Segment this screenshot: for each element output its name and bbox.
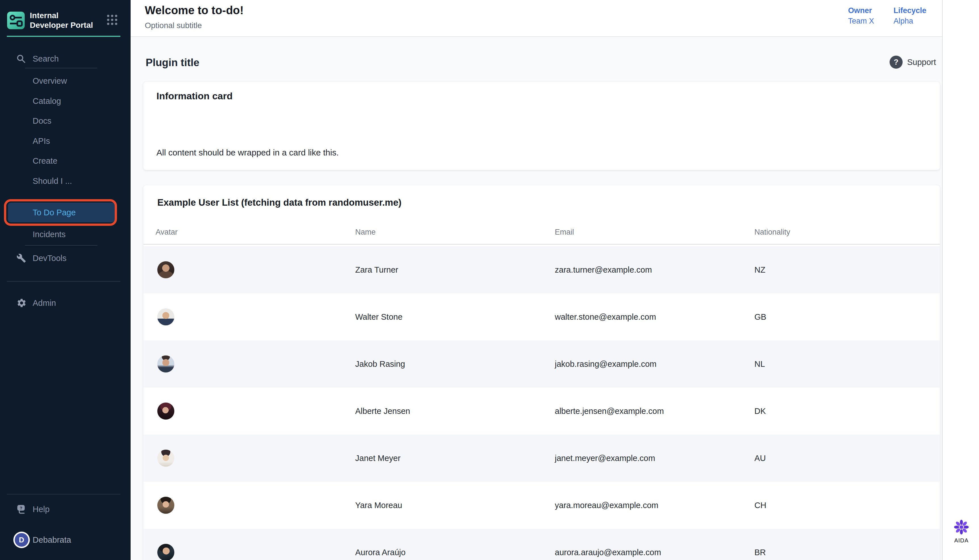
sidebar: Internal Developer Portal Search Overvie…	[0, 0, 130, 560]
column-header-name: Name	[355, 228, 376, 237]
lifecycle-value-link[interactable]: Alpha	[894, 17, 927, 25]
owner-meta: Owner Team X	[848, 6, 874, 25]
table-row: Walter Stone walter.stone@example.com GB	[144, 293, 940, 340]
sidebar-item-create[interactable]: Create	[0, 151, 130, 171]
gear-icon	[17, 298, 27, 308]
column-header-avatar: Avatar	[155, 228, 178, 237]
sidebar-item-devtools[interactable]: DevTools	[0, 248, 130, 268]
divider	[7, 494, 120, 495]
lifecycle-label: Lifecycle	[894, 6, 927, 15]
table-row: Zara Turner zara.turner@example.com NZ	[144, 246, 940, 293]
support-button[interactable]: ? Support	[890, 56, 936, 68]
divider	[7, 281, 120, 282]
sidebar-item-search[interactable]: Search	[0, 49, 130, 68]
information-card-body: All content should be wrapped in a card …	[157, 148, 339, 157]
user-name: Debabrata	[0, 535, 71, 545]
page-header: Welcome to to-do! Optional subtitle Owne…	[130, 0, 942, 37]
user-photo-avatar	[157, 355, 174, 372]
table-body: Zara Turner zara.turner@example.com NZ W…	[144, 246, 940, 560]
page-title: Welcome to to-do!	[145, 4, 244, 17]
sidebar-accent-rule	[7, 36, 120, 37]
search-label: Search	[0, 54, 59, 63]
user-list-card: Example User List (fetching data from ra…	[144, 185, 940, 560]
user-photo-avatar	[157, 403, 174, 420]
table-row: Jakob Rasing jakob.rasing@example.com NL	[144, 340, 940, 388]
table-row: Alberte Jensen alberte.jensen@example.co…	[144, 388, 940, 435]
support-label: Support	[907, 58, 936, 67]
information-card: Information card All content should be w…	[144, 82, 940, 170]
search-icon	[17, 54, 25, 63]
main-content: Welcome to to-do! Optional subtitle Owne…	[130, 0, 942, 560]
content-header-title: Plugin title	[146, 57, 199, 68]
app-logo-icon	[7, 12, 25, 29]
app-title: Internal Developer Portal	[30, 11, 95, 30]
user-list-title: Example User List (fetching data from ra…	[157, 197, 401, 208]
sidebar-item-docs[interactable]: Docs	[0, 111, 130, 131]
lifecycle-meta: Lifecycle Alpha	[894, 6, 927, 25]
page-subtitle: Optional subtitle	[145, 21, 202, 30]
column-header-nationality: Nationality	[754, 228, 790, 237]
svg-text:?: ?	[20, 505, 22, 510]
sidebar-item-overview[interactable]: Overview	[0, 71, 130, 91]
information-card-title: Information card	[157, 90, 232, 102]
app-logo-row: Internal Developer Portal	[7, 11, 124, 30]
sidebar-item-to-do-page[interactable]: To Do Page	[8, 203, 115, 222]
sidebar-item-apis[interactable]: APIs	[0, 131, 130, 151]
user-photo-avatar	[157, 544, 174, 560]
sidebar-item-incidents[interactable]: Incidents	[0, 224, 130, 244]
table-row: Janet Meyer janet.meyer@example.com AU	[144, 435, 940, 482]
question-mark-icon: ?	[890, 56, 903, 68]
sidebar-item-help[interactable]: ? Help	[0, 499, 130, 519]
sidebar-user[interactable]: D Debabrata	[0, 530, 130, 550]
user-photo-avatar	[157, 308, 174, 325]
aida-assistant-button[interactable]: AIDA	[953, 519, 970, 544]
table-row: Aurora Araújo aurora.araujo@example.com …	[144, 529, 940, 560]
user-photo-avatar	[157, 497, 174, 514]
table-header-divider	[144, 244, 940, 245]
help-chat-icon: ?	[17, 504, 27, 515]
wrench-icon	[17, 253, 26, 263]
right-gutter: AIDA	[942, 0, 979, 560]
sidebar-item-should-i[interactable]: Should I ...	[0, 171, 130, 191]
column-header-email: Email	[555, 228, 574, 237]
user-photo-avatar	[157, 261, 174, 278]
aida-flower-icon	[954, 519, 969, 536]
owner-value-link[interactable]: Team X	[848, 17, 874, 25]
table-row: Yara Moreau yara.moreau@example.com CH	[144, 482, 940, 529]
divider	[25, 68, 97, 68]
sidebar-item-catalog[interactable]: Catalog	[0, 91, 130, 111]
user-photo-avatar	[157, 450, 174, 467]
user-avatar: D	[15, 533, 28, 547]
app-grid-icon[interactable]	[107, 14, 118, 27]
sidebar-item-admin[interactable]: Admin	[0, 293, 130, 313]
divider	[25, 245, 97, 246]
aida-label: AIDA	[954, 537, 969, 544]
table-header-row: Avatar Name Email Nationality	[144, 228, 940, 240]
owner-label: Owner	[848, 6, 874, 15]
